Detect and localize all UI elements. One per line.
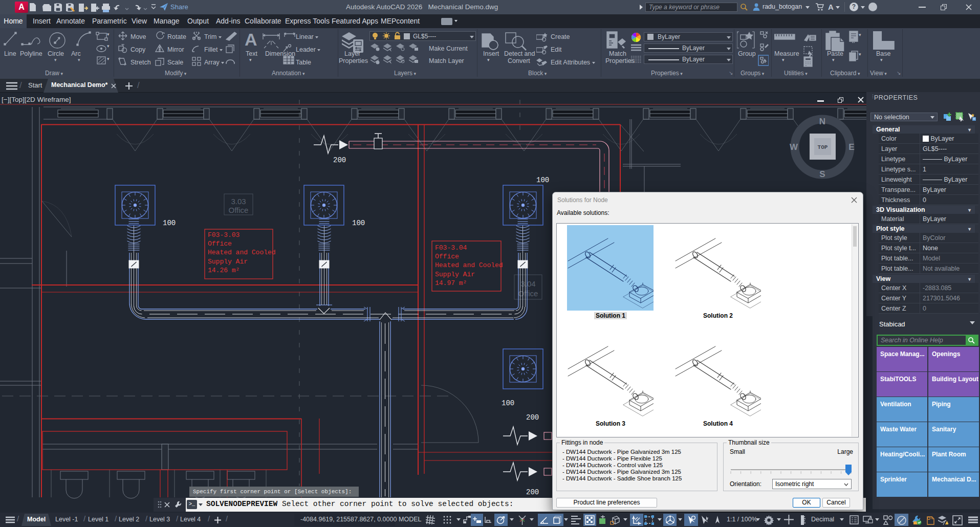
svg-text:100: 100 <box>502 399 514 407</box>
svg-text:F03-3.03: F03-3.03 <box>208 231 239 239</box>
svg-text:Heated and Cooled: Heated and Cooled <box>208 249 276 256</box>
svg-text:100: 100 <box>536 176 549 184</box>
svg-text:200: 200 <box>526 488 539 496</box>
svg-text:100: 100 <box>163 219 176 227</box>
svg-text:N: N <box>819 117 825 126</box>
svg-text:E: E <box>848 142 854 152</box>
svg-text:Supply Air: Supply Air <box>435 271 475 278</box>
svg-text:Heated and Cooled: Heated and Cooled <box>435 261 503 269</box>
svg-text:200: 200 <box>526 413 539 422</box>
svg-text:Supply Air: Supply Air <box>208 258 248 266</box>
svg-text:Office: Office <box>435 253 459 260</box>
svg-text:F03-3.04: F03-3.04 <box>435 244 467 252</box>
svg-text:200: 200 <box>333 156 346 164</box>
svg-text:3.03: 3.03 <box>231 197 246 206</box>
svg-text:14.26 m²: 14.26 m² <box>208 267 239 274</box>
svg-text:S: S <box>819 169 825 179</box>
svg-text:Office: Office <box>229 206 249 214</box>
svg-text:Office: Office <box>518 289 538 298</box>
svg-text:TOP: TOP <box>818 144 828 150</box>
svg-text:14.97 m²: 14.97 m² <box>435 279 467 287</box>
svg-text:100: 100 <box>352 219 365 227</box>
svg-text:W: W <box>790 142 798 152</box>
svg-text:Office: Office <box>208 240 232 248</box>
